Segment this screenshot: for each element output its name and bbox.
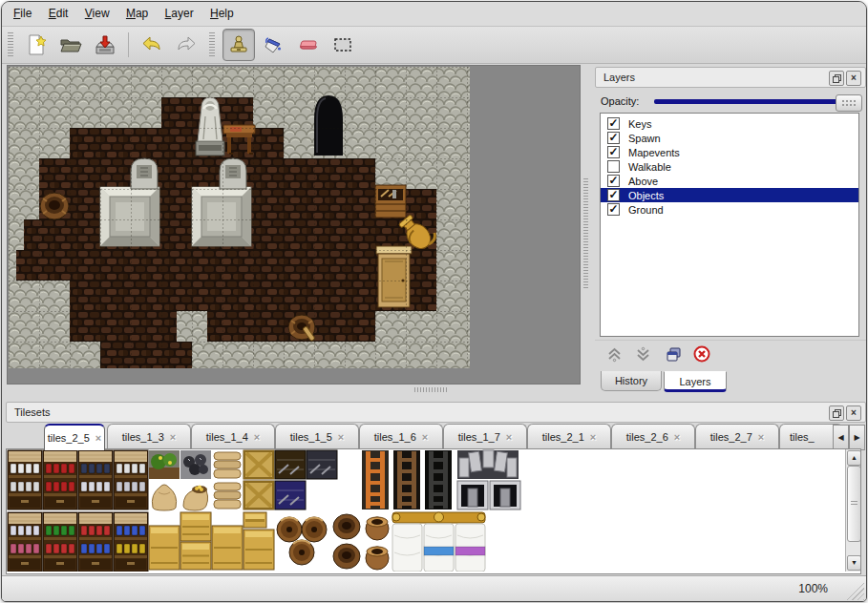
tab-layers[interactable]: Layers (664, 371, 727, 392)
selection-tool-button[interactable] (328, 30, 358, 60)
layer-row-spawn[interactable]: ✓ Spawn (601, 131, 858, 145)
app-window: File Edit View Map Layer Help (1, 1, 867, 602)
layer-checkbox[interactable]: ✓ (607, 175, 620, 187)
menu-edit[interactable]: Edit (49, 7, 69, 20)
tileset-tab-tiles_1_7[interactable]: tiles_1_7× (443, 424, 527, 448)
layer-name: Spawn (628, 133, 661, 144)
fill-bucket-icon (263, 33, 286, 56)
layer-row-mapevents[interactable]: ✓ Mapevents (601, 145, 858, 159)
undo-icon (140, 33, 163, 56)
layer-checkbox[interactable]: ✓ (607, 203, 620, 216)
opacity-slider[interactable] (654, 94, 862, 110)
toolbar-grip-2[interactable] (209, 32, 215, 57)
close-panel-button[interactable]: × (846, 71, 861, 86)
layer-name: Walkable (628, 161, 671, 173)
duplicate-layer-button[interactable] (664, 344, 683, 364)
save-icon (94, 33, 116, 56)
save-button[interactable] (90, 30, 120, 60)
map-view[interactable] (7, 65, 581, 385)
close-tab-icon[interactable]: × (590, 431, 596, 443)
opacity-slider-track[interactable] (654, 99, 862, 104)
tileset-tab-tiles_2_1[interactable]: tiles_2_1× (527, 424, 611, 448)
delete-icon (693, 345, 710, 363)
tileset-scrollbar[interactable]: ▲ ▼ (845, 449, 860, 572)
open-button[interactable] (55, 30, 86, 60)
tileset-tab-tiles_1_3[interactable]: tiles_1_3× (107, 424, 191, 448)
undo-button[interactable] (137, 30, 167, 60)
layer-checkbox[interactable]: ✓ (607, 146, 620, 158)
menu-view[interactable]: View (85, 7, 110, 20)
scroll-down-icon: ▼ (851, 559, 857, 566)
scroll-tabs-right-button[interactable]: ▶ (849, 425, 865, 450)
fill-tool-button[interactable] (259, 30, 289, 60)
scroll-up-button[interactable]: ▲ (847, 450, 861, 466)
layer-row-keys[interactable]: ✓ Keys (601, 116, 858, 131)
tileset-palette-area: ▲ ▼ (6, 448, 861, 574)
tileset-tab-tiles_1_6[interactable]: tiles_1_6× (359, 424, 443, 448)
tileset-tab-tiles_1_4[interactable]: tiles_1_4× (191, 424, 275, 448)
float-panel-button[interactable] (829, 71, 844, 86)
main-toolbar (2, 27, 866, 64)
layer-name: Ground (628, 204, 664, 216)
float-icon (833, 74, 841, 83)
eraser-icon (297, 33, 320, 56)
opacity-slider-handle[interactable] (836, 94, 862, 112)
scroll-right-icon: ▶ (854, 433, 859, 442)
menu-file[interactable]: File (13, 7, 32, 20)
menu-layer[interactable]: Layer (165, 7, 194, 20)
close-tab-icon[interactable]: × (95, 432, 101, 444)
opacity-row: Opacity: (595, 92, 866, 111)
tilesets-panel-title: Tilesets (14, 406, 51, 418)
layer-row-above[interactable]: ✓ Above (601, 174, 858, 188)
redo-icon (175, 33, 198, 56)
move-layer-up-button[interactable] (604, 344, 624, 364)
layer-checkbox[interactable] (607, 160, 620, 173)
tileset-palette[interactable] (7, 449, 843, 572)
duplicate-icon (666, 346, 682, 363)
tileset-tab-tiles_1_5[interactable]: tiles_1_5× (275, 424, 359, 448)
vertical-splitter[interactable] (583, 178, 588, 288)
float-tilesets-button[interactable] (829, 405, 844, 421)
layer-row-ground[interactable]: ✓ Ground (601, 202, 858, 217)
resize-grip[interactable] (845, 581, 864, 600)
redo-button[interactable] (171, 30, 201, 60)
layer-checkbox[interactable]: ✓ (607, 132, 620, 144)
new-file-button[interactable] (21, 30, 52, 60)
close-tab-icon[interactable]: × (758, 431, 764, 443)
close-tab-icon[interactable]: × (674, 431, 680, 443)
toolbar-separator (128, 32, 129, 57)
scroll-down-button[interactable]: ▼ (847, 555, 861, 571)
tab-history[interactable]: History (601, 371, 662, 391)
toolbar-grip[interactable] (8, 32, 13, 57)
menu-help[interactable]: Help (210, 7, 234, 20)
tileset-tab-tiles_2_7[interactable]: tiles_2_7× (695, 424, 779, 448)
opacity-label: Opacity: (601, 95, 639, 107)
scroll-left-icon: ◀ (837, 433, 843, 442)
move-layer-down-button[interactable] (633, 344, 652, 364)
layer-checkbox[interactable]: ✓ (607, 189, 620, 201)
layer-checkbox[interactable]: ✓ (607, 117, 620, 130)
layer-actions-bar (595, 340, 866, 367)
scrollbar-thumb[interactable] (847, 466, 861, 542)
delete-layer-button[interactable] (692, 344, 711, 364)
horizontal-splitter[interactable] (414, 387, 447, 392)
map-canvas[interactable] (9, 67, 470, 368)
eraser-tool-button[interactable] (293, 30, 324, 60)
tilesets-panel-header: Tilesets × (6, 402, 866, 423)
layers-panel-header: Layers × (595, 67, 866, 88)
close-tab-icon[interactable]: × (254, 431, 260, 443)
close-tab-icon[interactable]: × (170, 431, 176, 443)
close-tilesets-button[interactable]: × (846, 405, 861, 421)
scroll-up-icon: ▲ (851, 454, 857, 461)
layer-row-walkable[interactable]: Walkable (601, 159, 858, 174)
stamp-tool-button[interactable] (222, 29, 255, 61)
close-tab-icon[interactable]: × (422, 431, 428, 443)
zoom-level: 100% (798, 582, 828, 595)
close-tab-icon[interactable]: × (338, 431, 344, 443)
menu-map[interactable]: Map (126, 7, 148, 20)
tileset-tab-tiles_2_5[interactable]: tiles_2_5× (44, 424, 105, 450)
close-tab-icon[interactable]: × (506, 431, 512, 443)
scroll-tabs-left-button[interactable]: ◀ (833, 425, 849, 450)
layer-row-objects[interactable]: ✓ Objects (601, 188, 858, 202)
tileset-tab-tiles_2_6[interactable]: tiles_2_6× (611, 424, 695, 448)
